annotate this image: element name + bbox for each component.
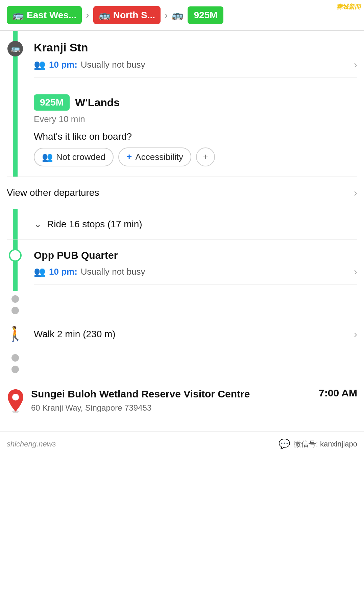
frequency-label: Every 10 min (34, 114, 357, 124)
walk-chevron: › (354, 328, 357, 340)
stop-circle-kranji: 🚌 (7, 41, 23, 56)
stop1-name: Kranji Stn (34, 41, 357, 54)
timeline-col-walk: 🚶 (0, 318, 30, 350)
plus-icon-extra: + (203, 152, 208, 162)
timeline-col-4 (0, 239, 30, 291)
timeline-col-1: 🚌 (0, 31, 30, 84)
ride-content[interactable]: ⌄ Ride 16 stops (17 min) (30, 209, 364, 239)
dot-1 (11, 295, 19, 303)
people-icon-stop1: 👥 (34, 59, 46, 70)
watermark-top: 狮城新闻 (336, 3, 361, 11)
dot-2 (11, 307, 19, 314)
stop-circle-opp (9, 249, 22, 262)
svg-point-1 (12, 394, 19, 400)
dots-section-2 (0, 350, 364, 377)
stop2-time-label: 10 pm: (49, 267, 77, 277)
bus-icon-2: 🚌 (99, 9, 111, 21)
timeline-col-2 (0, 84, 30, 177)
stop1-section: 🚌 Kranji Stn 👥 10 pm: Usually not busy › (0, 31, 364, 84)
route-badge: 925M (34, 94, 70, 111)
route-label-925m: 925M (194, 10, 217, 21)
chip-label-not-crowded: Not crowded (56, 152, 105, 162)
ride-row-section: ⌄ Ride 16 stops (17 min) (0, 209, 364, 239)
wechat-icon: 💬 (278, 438, 290, 450)
bus-icon-stop1: 🚌 (11, 44, 20, 53)
stop1-chevron: › (354, 59, 357, 70)
bus-icon-3: 🚌 (172, 9, 184, 21)
stop2-chevron: › (354, 266, 357, 277)
chip-accessibility[interactable]: + Accessibility (118, 147, 191, 166)
route-chip-north-s[interactable]: 🚌 North S... (93, 6, 161, 24)
header-chevron-2: › (165, 10, 168, 21)
footer-right: 💬 微信号: kanxinjiapo (278, 438, 357, 450)
main-content: 🚌 Kranji Stn 👥 10 pm: Usually not busy ›… (0, 31, 364, 424)
people-icon-crowd: 👥 (42, 152, 53, 162)
route-label-north-s: North S... (113, 10, 155, 21)
stop2-busyness[interactable]: 👥 10 pm: Usually not busy › (34, 266, 357, 284)
destination-address: 60 Kranji Way, Singapore 739453 (31, 403, 312, 413)
chevron-down-icon: ⌄ (34, 218, 42, 230)
dots-spacer-2 (30, 350, 364, 377)
route-content: 925M W'Lands Every 10 min What's it like… (30, 84, 364, 177)
location-pin-icon (7, 389, 24, 413)
destination-time: 7:00 AM (319, 387, 357, 399)
stop1-time-label: 10 pm: (49, 60, 77, 70)
chip-label-accessibility: Accessibility (135, 152, 183, 162)
destination-info: Sungei Buloh Wetland Reserve Visitor Cen… (31, 387, 312, 413)
stop1-busyness[interactable]: 👥 10 pm: Usually not busy › (34, 59, 357, 77)
route-label-east-west: East Wes... (27, 10, 76, 21)
footer-right-label: 微信号: kanxinjiapo (294, 439, 357, 449)
bus-icon-1: 🚌 (12, 9, 24, 21)
bus-route-section: 925M W'Lands Every 10 min What's it like… (0, 84, 364, 177)
walk-label: Walk 2 min (230 m) (34, 329, 116, 340)
green-line-3 (13, 209, 18, 239)
walk-icon: 🚶 (6, 325, 24, 342)
destination-section: Sungei Buloh Wetland Reserve Visitor Cen… (0, 377, 364, 424)
ride-label: Ride 16 stops (17 min) (47, 219, 142, 230)
stop2-status: Usually not busy (81, 267, 145, 277)
walk-section: 🚶 Walk 2 min (230 m) › (0, 318, 364, 350)
dot-3 (11, 354, 19, 362)
footer-left: shicheng.news (7, 440, 56, 448)
people-icon-stop2: 👥 (34, 266, 46, 277)
onboard-chips: 👥 Not crowded + Accessibility + (34, 147, 357, 166)
walk-icon-container: 🚶 (7, 325, 24, 342)
stop2-content: Opp PUB Quarter 👥 10 pm: Usually not bus… (30, 239, 364, 291)
header-bar: 🚌 East Wes... › 🚌 North S... › 🚌 925M 狮城… (0, 0, 364, 31)
destination-name: Sungei Buloh Wetland Reserve Visitor Cen… (31, 387, 312, 400)
walk-content[interactable]: Walk 2 min (230 m) › (30, 318, 364, 350)
dots-spacer (30, 291, 364, 318)
route-destination: W'Lands (75, 96, 120, 109)
chip-not-crowded[interactable]: 👥 Not crowded (34, 148, 114, 166)
stop1-content: Kranji Stn 👥 10 pm: Usually not busy › (30, 31, 364, 84)
header-chevron-1: › (86, 10, 89, 21)
green-line-2 (13, 84, 18, 177)
departures-label: View other departures (7, 187, 99, 198)
footer: shicheng.news 💬 微信号: kanxinjiapo (0, 431, 364, 456)
departures-row[interactable]: View other departures › (0, 177, 364, 209)
stop2-section: Opp PUB Quarter 👥 10 pm: Usually not bus… (0, 239, 364, 291)
timeline-col-dots2 (0, 350, 30, 377)
departures-chevron: › (354, 187, 357, 199)
dot-4 (11, 366, 19, 373)
onboard-question: What's it like on board? (34, 131, 357, 142)
route-chip-east-west[interactable]: 🚌 East Wes... (7, 6, 82, 24)
timeline-col-3 (0, 209, 30, 239)
timeline-col-dots (0, 291, 30, 318)
route-chip-925m[interactable]: 925M (188, 6, 223, 24)
route-header: 925M W'Lands (34, 94, 357, 111)
stop1-status: Usually not busy (81, 60, 145, 70)
dots-section (0, 291, 364, 318)
stop2-name: Opp PUB Quarter (34, 250, 357, 261)
dest-pin (7, 389, 24, 414)
chip-plus-extra[interactable]: + (196, 147, 215, 166)
plus-icon-accessibility: + (126, 152, 132, 162)
